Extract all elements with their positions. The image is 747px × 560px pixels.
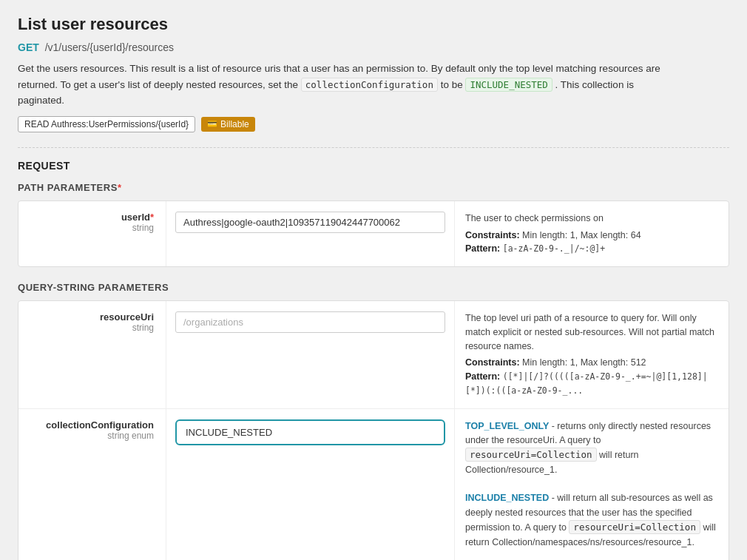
param-type-collection-config: string enum [30, 431, 154, 441]
resource-uri-input[interactable] [175, 311, 445, 333]
param-input-cell-collection-config[interactable] [166, 409, 455, 560]
desc-pattern-resource-uri: Pattern: ([*]|[/]?(((([a-zA-Z0-9-_.+=~|@… [465, 370, 718, 398]
permission-badge: READ Authress:UserPermissions/{userId} [18, 116, 195, 132]
collection-config-input[interactable] [175, 419, 445, 445]
required-asterisk: * [118, 182, 122, 193]
query-params-table: resourceUri string The top level uri pat… [18, 300, 729, 560]
desc-main-userid: The user to check permissions on [465, 212, 718, 226]
table-row: userId* string The user to check permiss… [18, 201, 729, 266]
page-container: List user resources GET /v1/users/{userI… [0, 0, 747, 560]
billable-badge: 💳 Billable [201, 117, 255, 132]
inline-code-collection-config: collectionConfiguration [301, 78, 438, 92]
userid-input[interactable] [175, 212, 445, 233]
badges-row: READ Authress:UserPermissions/{userId} 💳… [18, 116, 729, 132]
section-divider [18, 147, 729, 148]
endpoint-path: /v1/users/{userId}/resources [45, 41, 174, 53]
table-row-collection-config: collectionConfiguration string enum TOP_… [18, 409, 729, 560]
param-label-cell-userid: userId* string [18, 201, 166, 266]
endpoint-row: GET /v1/users/{userId}/resources [18, 41, 729, 53]
method-label: GET [18, 41, 39, 53]
param-name-userid: userId* [30, 212, 154, 223]
param-type-resource-uri: string [30, 323, 154, 333]
collection-config-description: TOP_LEVEL_ONLY - returns only directly n… [465, 419, 718, 560]
param-name-resource-uri: resourceUri [30, 311, 154, 323]
param-desc-userid: The user to check permissions on Constra… [455, 201, 729, 266]
billable-icon: 💳 [207, 119, 217, 129]
param-label-resource-uri: resourceUri string [18, 301, 166, 408]
path-params-table: userId* string The user to check permiss… [18, 200, 729, 267]
collection-code-2: resourceUri=Collection [569, 520, 700, 534]
param-desc-resource-uri: The top level uri path of a resource to … [455, 301, 729, 408]
description: Get the users resources. This result is … [18, 61, 669, 109]
param-name-collection-config: collectionConfiguration [30, 419, 154, 431]
param-type-userid: string [30, 223, 154, 233]
table-row-resource-uri: resourceUri string The top level uri pat… [18, 301, 729, 409]
collection-code-1: resourceUri=Collection [465, 448, 597, 462]
desc-pattern-userid: Pattern: [a-zA-Z0-9-._|/~:@]+ [465, 242, 718, 256]
param-label-collection-config: collectionConfiguration string enum [18, 409, 166, 560]
desc-constraints-userid: Constraints: Min length: 1, Max length: … [465, 229, 718, 243]
path-params-title: PATH PARAMETERS* [18, 182, 729, 193]
param-input-cell-userid[interactable] [166, 201, 455, 266]
top-level-only-label: TOP_LEVEL_ONLY [465, 421, 549, 431]
desc-main-resource-uri: The top level uri path of a resource to … [465, 311, 718, 353]
inline-code-include-nested: INCLUDE_NESTED [465, 78, 552, 92]
include-nested-label: INCLUDE_NESTED [465, 493, 549, 503]
query-params-title: QUERY-STRING PARAMETERS [18, 282, 729, 293]
desc-constraints-resource-uri: Constraints: Min length: 1, Max length: … [465, 356, 718, 370]
param-desc-collection-config: TOP_LEVEL_ONLY - returns only directly n… [455, 409, 729, 560]
page-title: List user resources [18, 15, 729, 34]
param-input-cell-resource-uri[interactable] [166, 301, 455, 408]
request-section-title: REQUEST [18, 160, 729, 172]
